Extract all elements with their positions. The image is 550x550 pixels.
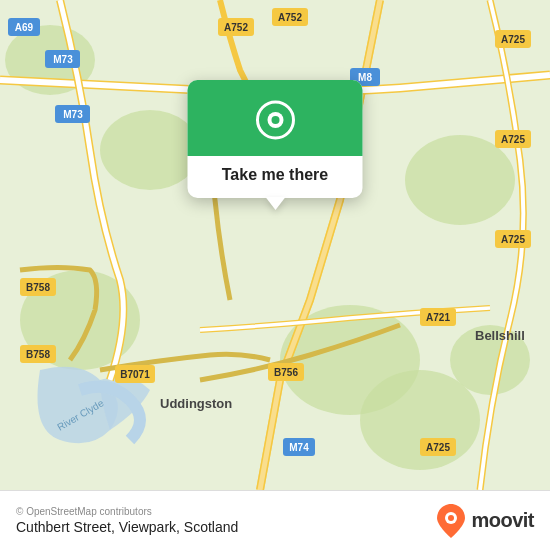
svg-text:A725: A725	[426, 442, 450, 453]
svg-text:A725: A725	[501, 134, 525, 145]
copyright-text: © OpenStreetMap contributors	[16, 506, 238, 517]
map-container: A69 M73 M73 M8 A752 A752 A725 A725 A721 …	[0, 0, 550, 490]
svg-text:A69: A69	[15, 22, 34, 33]
svg-text:A752: A752	[224, 22, 248, 33]
svg-point-4	[100, 110, 200, 190]
svg-text:A725: A725	[501, 34, 525, 45]
svg-text:B758: B758	[26, 282, 50, 293]
popup-header	[188, 80, 363, 156]
svg-point-5	[360, 370, 480, 470]
svg-text:Uddingston: Uddingston	[160, 396, 232, 411]
svg-text:B758: B758	[26, 349, 50, 360]
svg-text:M8: M8	[358, 72, 372, 83]
svg-point-49	[448, 515, 454, 521]
location-popup[interactable]: Take me there	[188, 80, 363, 198]
moovit-pin-icon	[437, 504, 465, 538]
svg-text:Bellshill: Bellshill	[475, 328, 525, 343]
location-name: Cuthbert Street, Viewpark, Scotland	[16, 519, 238, 535]
svg-text:M74: M74	[289, 442, 309, 453]
svg-text:A721: A721	[426, 312, 450, 323]
svg-text:A752: A752	[278, 12, 302, 23]
svg-text:B756: B756	[274, 367, 298, 378]
svg-point-47	[271, 116, 279, 124]
bottom-bar: © OpenStreetMap contributors Cuthbert St…	[0, 490, 550, 550]
moovit-logo: moovit	[437, 504, 534, 538]
location-pin-icon	[253, 98, 297, 142]
moovit-brand-text: moovit	[471, 509, 534, 532]
svg-text:M73: M73	[53, 54, 73, 65]
svg-text:M73: M73	[63, 109, 83, 120]
svg-point-2	[405, 135, 515, 225]
location-info: © OpenStreetMap contributors Cuthbert St…	[16, 506, 238, 535]
svg-text:A725: A725	[501, 234, 525, 245]
take-me-there-button[interactable]: Take me there	[222, 156, 328, 198]
svg-text:B7071: B7071	[120, 369, 150, 380]
